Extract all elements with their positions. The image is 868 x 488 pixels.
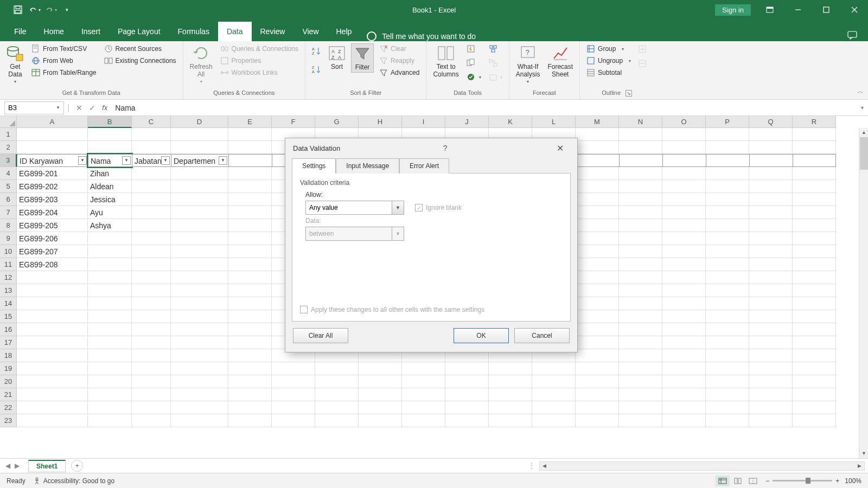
workbook-links-button[interactable]: Workbook Links — [218, 67, 301, 78]
cell-D20[interactable] — [171, 375, 228, 388]
cell-A5[interactable]: EG899-202 — [17, 180, 88, 193]
collapse-ribbon-icon[interactable]: ︿ — [857, 87, 864, 96]
what-if-button[interactable]: ? What-If Analysis ▾ — [514, 43, 542, 85]
advanced-filter-button[interactable]: Advanced — [377, 67, 422, 78]
cell-P8[interactable] — [706, 219, 749, 232]
cell-E22[interactable] — [228, 401, 272, 414]
allow-combo[interactable]: Any value ▼ — [305, 201, 404, 215]
zoom-thumb[interactable] — [806, 478, 810, 484]
cell-D6[interactable] — [171, 193, 228, 206]
select-all-corner[interactable] — [0, 116, 17, 128]
cell-M8[interactable] — [576, 219, 619, 232]
cell-N17[interactable] — [619, 336, 662, 349]
cell-E2[interactable] — [228, 141, 272, 154]
cell-P18[interactable] — [706, 349, 749, 362]
cancel-button[interactable]: Cancel — [514, 328, 570, 343]
cell-R22[interactable] — [793, 401, 836, 414]
cell-C19[interactable] — [132, 362, 171, 375]
cell-B23[interactable] — [88, 414, 132, 427]
cell-B10[interactable] — [88, 245, 132, 258]
cell-A6[interactable]: EG899-203 — [17, 193, 88, 206]
cell-Q9[interactable] — [749, 232, 793, 245]
cell-C12[interactable] — [132, 271, 171, 284]
column-header-f[interactable]: F — [272, 116, 315, 128]
cell-Q3[interactable] — [749, 154, 793, 167]
cell-P1[interactable] — [706, 128, 749, 141]
cell-A4[interactable]: EG899-201 — [17, 167, 88, 180]
cell-D23[interactable] — [171, 414, 228, 427]
dialog-tab-error-alert[interactable]: Error Alert — [399, 158, 449, 174]
flash-fill-button[interactable] — [464, 43, 483, 54]
cell-M21[interactable] — [576, 388, 619, 401]
cell-B11[interactable] — [88, 258, 132, 271]
minimize-button[interactable] — [784, 0, 812, 20]
cell-D21[interactable] — [171, 388, 228, 401]
cell-C16[interactable] — [132, 323, 171, 336]
cell-O1[interactable] — [662, 128, 706, 141]
cell-Q7[interactable] — [749, 206, 793, 219]
cell-B20[interactable] — [88, 375, 132, 388]
zoom-in-button[interactable]: + — [835, 477, 839, 485]
cell-O19[interactable] — [662, 362, 706, 375]
tab-review[interactable]: Review — [252, 22, 294, 41]
cell-A10[interactable]: EG899-207 — [17, 245, 88, 258]
cell-R2[interactable] — [793, 141, 836, 154]
cell-N7[interactable] — [619, 206, 662, 219]
cell-O4[interactable] — [662, 167, 706, 180]
cell-P19[interactable] — [706, 362, 749, 375]
row-header-4[interactable]: 4 — [0, 167, 17, 180]
forecast-sheet-button[interactable]: Forecast Sheet — [545, 43, 575, 79]
tab-data[interactable]: Data — [218, 22, 252, 41]
cell-R20[interactable] — [793, 375, 836, 388]
cell-M3[interactable] — [576, 154, 619, 167]
zoom-slider[interactable]: − + — [765, 477, 839, 485]
cell-G19[interactable] — [315, 362, 359, 375]
cell-M16[interactable] — [576, 323, 619, 336]
cell-N8[interactable] — [619, 219, 662, 232]
cell-Q20[interactable] — [749, 375, 793, 388]
properties-button[interactable]: Properties — [218, 55, 301, 66]
add-sheet-button[interactable]: + — [71, 460, 83, 472]
cell-R23[interactable] — [793, 414, 836, 427]
cell-D18[interactable] — [171, 349, 228, 362]
cell-N1[interactable] — [619, 128, 662, 141]
cell-R10[interactable] — [793, 245, 836, 258]
cell-L22[interactable] — [532, 401, 576, 414]
cell-M17[interactable] — [576, 336, 619, 349]
cell-E21[interactable] — [228, 388, 272, 401]
cell-C4[interactable] — [132, 167, 171, 180]
cell-F19[interactable] — [272, 362, 315, 375]
cell-C10[interactable] — [132, 245, 171, 258]
row-header-5[interactable]: 5 — [0, 180, 17, 193]
filter-dropdown-C[interactable]: ▼ — [161, 156, 170, 165]
customize-qat-icon[interactable]: ▾ — [60, 3, 74, 17]
cell-K22[interactable] — [489, 401, 532, 414]
cell-L20[interactable] — [532, 375, 576, 388]
cell-B13[interactable] — [88, 284, 132, 297]
sheet-nav-next-icon[interactable]: ▶ — [15, 462, 20, 470]
sheet-nav-prev-icon[interactable]: ◀ — [5, 462, 10, 470]
tab-insert[interactable]: Insert — [73, 22, 109, 41]
cell-B9[interactable] — [88, 232, 132, 245]
row-header-10[interactable]: 10 — [0, 245, 17, 258]
cell-E4[interactable] — [228, 167, 272, 180]
cell-D2[interactable] — [171, 141, 228, 154]
cell-N12[interactable] — [619, 271, 662, 284]
row-header-7[interactable]: 7 — [0, 206, 17, 219]
from-web-button[interactable]: From Web — [29, 55, 99, 66]
cell-N18[interactable] — [619, 349, 662, 362]
cell-J21[interactable] — [445, 388, 489, 401]
column-header-e[interactable]: E — [228, 116, 272, 128]
cell-C8[interactable] — [132, 219, 171, 232]
row-header-16[interactable]: 16 — [0, 323, 17, 336]
cell-F20[interactable] — [272, 375, 315, 388]
column-header-l[interactable]: L — [532, 116, 576, 128]
cell-J23[interactable] — [445, 414, 489, 427]
cell-C14[interactable] — [132, 297, 171, 310]
cell-D12[interactable] — [171, 271, 228, 284]
cell-R19[interactable] — [793, 362, 836, 375]
cell-M22[interactable] — [576, 401, 619, 414]
get-data-button[interactable]: Get Data ▾ — [4, 43, 26, 85]
fx-icon[interactable]: fx — [102, 104, 107, 112]
cell-A2[interactable] — [17, 141, 88, 154]
